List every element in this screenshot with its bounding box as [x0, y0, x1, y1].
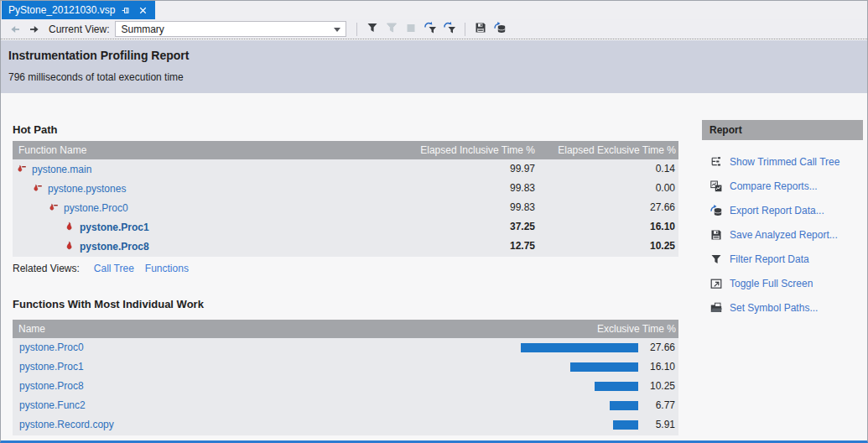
- hot-path-table: Function Name Elapsed Inclusive Time % E…: [13, 141, 678, 257]
- report-action-set-symbol-paths[interactable]: Set Symbol Paths...: [702, 295, 863, 320]
- close-icon[interactable]: [138, 5, 148, 16]
- hot-path-flame-icon: [47, 202, 59, 214]
- function-link[interactable]: pystone.Proc1: [19, 357, 84, 377]
- function-link[interactable]: pystone.Record.copy: [19, 415, 114, 435]
- document-tab-title: PyStone_20121030.vsp: [8, 4, 115, 16]
- export-data-icon: [709, 204, 723, 217]
- exclusive-time-value: 5.91: [656, 415, 675, 435]
- save-icon: [474, 21, 487, 38]
- export-report-button[interactable]: [492, 22, 507, 37]
- full-screen-icon: [709, 277, 723, 290]
- report-action-export-report-data[interactable]: Export Report Data...: [702, 198, 863, 222]
- inclusive-time-value: 12.75: [510, 237, 535, 256]
- report-action-label: Compare Reports...: [730, 180, 818, 192]
- exclusive-time-bar: [570, 362, 638, 372]
- related-view-link[interactable]: Call Tree: [94, 263, 134, 274]
- document-tab-bar: PyStone_20121030.vsp: [1, 1, 867, 19]
- report-action-label: Export Report Data...: [730, 205, 824, 216]
- table-row: pystone.Func26.77: [13, 396, 678, 415]
- function-link[interactable]: pystone.main: [32, 164, 91, 175]
- table-row: pystone.Record.copy5.91: [13, 415, 678, 435]
- compare-reports-icon: [709, 180, 723, 193]
- report-action-label: Show Trimmed Call Tree: [730, 156, 839, 168]
- hot-path-flame-icon: [31, 183, 43, 195]
- column-inclusive-time: Elapsed Inclusive Time %: [420, 141, 535, 159]
- flame-icon: [63, 222, 75, 233]
- related-views-links: Call TreeFunctions: [94, 263, 200, 274]
- exclusive-time-bar: [521, 343, 638, 352]
- filter-button[interactable]: [365, 22, 380, 37]
- save-report-button[interactable]: [473, 22, 488, 37]
- exclusive-time-bar: [613, 420, 638, 430]
- back-arrow-icon[interactable]: [8, 23, 22, 36]
- forward-arrow-icon[interactable]: [28, 23, 41, 36]
- report-action-label: Toggle Full Screen: [730, 278, 813, 289]
- reapply-filter-button[interactable]: [442, 22, 457, 37]
- exclusive-time-bar: [610, 401, 638, 410]
- stop-button: [403, 22, 418, 37]
- exclusive-time-bar: [595, 382, 638, 391]
- exclusive-time-value: 6.77: [656, 396, 675, 415]
- chevron-down-icon: [334, 28, 340, 32]
- document-tab[interactable]: PyStone_20121030.vsp: [2, 1, 155, 19]
- page-subtitle: 796 milliseconds of total execution time: [8, 71, 184, 83]
- apply-filter-button[interactable]: [423, 22, 438, 37]
- table-row: pystone.Proc810.25: [13, 377, 678, 396]
- current-view-label: Current View:: [49, 23, 109, 35]
- individual-work-table: Name Exclusive Time % pystone.Proc027.66…: [13, 320, 678, 435]
- filter-disabled-button: [384, 22, 399, 37]
- exclusive-time-value: 16.10: [650, 217, 675, 237]
- filter-funnel-icon: [709, 253, 723, 266]
- exclusive-time-value: 16.10: [650, 357, 675, 377]
- filter-sync-icon: [443, 21, 456, 38]
- report-action-show-trimmed-call-tree[interactable]: Show Trimmed Call Tree: [702, 149, 863, 174]
- symbol-paths-icon: [709, 301, 723, 315]
- trimmed-call-tree-icon: [709, 155, 723, 169]
- exclusive-time-value: 0.00: [656, 179, 675, 198]
- export-data-icon: [493, 21, 507, 38]
- exclusive-time-value: 0.14: [656, 159, 675, 179]
- individual-work-table-header: Name Exclusive Time %: [13, 320, 678, 338]
- function-link[interactable]: pystone.Proc8: [80, 241, 149, 253]
- inclusive-time-value: 99.97: [510, 159, 535, 179]
- function-link[interactable]: pystone.Proc0: [19, 338, 84, 357]
- report-action-save-analyzed-report[interactable]: Save Analyzed Report...: [702, 222, 863, 247]
- related-views-label: Related Views:: [13, 263, 80, 274]
- filter-funnel-icon: [385, 21, 398, 38]
- table-row: pystone.pystones99.830.00: [13, 179, 678, 198]
- function-link[interactable]: pystone.Proc0: [64, 202, 128, 214]
- report-action-filter-report-data[interactable]: Filter Report Data: [702, 247, 863, 271]
- current-view-value: Summary: [121, 23, 164, 35]
- function-link[interactable]: pystone.Proc1: [80, 222, 149, 233]
- exclusive-time-value: 27.66: [650, 198, 675, 217]
- pin-icon[interactable]: [121, 5, 132, 16]
- column-exclusive-time: Elapsed Exclusive Time %: [558, 141, 676, 159]
- filter-funnel-icon: [366, 21, 379, 38]
- table-row: pystone.Proc099.8327.66: [13, 198, 678, 217]
- toolbar-separator: [356, 23, 357, 36]
- report-panel-items: Show Trimmed Call TreeCompare Reports...…: [702, 149, 863, 320]
- report-panel-title: Report: [702, 120, 863, 140]
- function-link[interactable]: pystone.Proc8: [19, 377, 84, 396]
- flame-icon: [63, 241, 75, 253]
- save-icon: [709, 228, 723, 242]
- report-action-toggle-full-screen[interactable]: Toggle Full Screen: [702, 271, 863, 295]
- table-row: pystone.main99.970.14: [13, 159, 678, 179]
- page-title: Instrumentation Profiling Report: [8, 49, 189, 62]
- function-link[interactable]: pystone.pystones: [48, 183, 126, 195]
- current-view-dropdown[interactable]: Summary: [115, 21, 346, 37]
- toolbar-separator: [465, 23, 465, 36]
- related-view-link[interactable]: Functions: [145, 263, 189, 274]
- table-row: pystone.Proc812.7510.25: [13, 237, 678, 256]
- table-row: pystone.Proc137.2516.10: [13, 217, 678, 237]
- column-exclusive-time: Exclusive Time %: [597, 320, 676, 338]
- individual-work-table-body: pystone.Proc027.66pystone.Proc116.10pyst…: [13, 338, 678, 435]
- hot-path-section-title: Hot Path: [13, 123, 57, 136]
- function-link[interactable]: pystone.Func2: [19, 396, 86, 415]
- table-row: pystone.Proc116.10: [13, 357, 678, 377]
- inclusive-time-value: 37.25: [510, 217, 535, 237]
- report-action-compare-reports[interactable]: Compare Reports...: [702, 174, 863, 198]
- inclusive-time-value: 99.83: [510, 179, 535, 198]
- hot-path-table-header: Function Name Elapsed Inclusive Time % E…: [13, 141, 678, 159]
- report-toolbar: Current View: Summary: [1, 19, 867, 39]
